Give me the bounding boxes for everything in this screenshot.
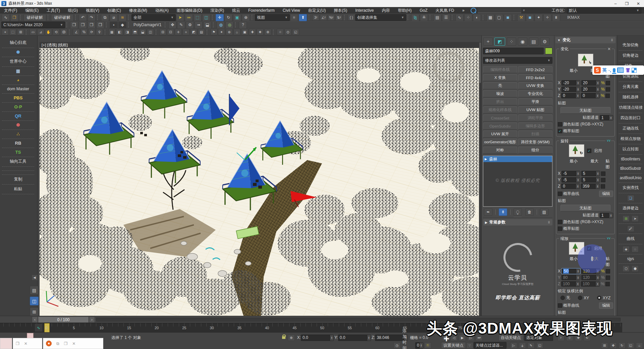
- modifier-button[interactable]: UVW 变换: [518, 82, 552, 89]
- search-box[interactable]: ▼: [471, 8, 526, 13]
- axis-grid-icon[interactable]: ⊞: [623, 215, 630, 222]
- select-object-icon[interactable]: ➤: [176, 14, 184, 21]
- script-button[interactable]: 分离元素: [619, 82, 642, 92]
- shatter-button-1[interactable]: 破碎破解: [23, 14, 46, 21]
- dock-item[interactable]: 轴向工具: [2, 157, 34, 167]
- key-filters-dropdown[interactable]: 关键点过滤器...: [474, 342, 506, 349]
- scale-y-min-spinner[interactable]: 80▲▼: [561, 275, 580, 280]
- modifier-button[interactable]: 细分: [518, 147, 552, 154]
- move-y-max-spinner[interactable]: 20▲▼: [581, 87, 600, 92]
- script-button[interactable]: 随机选择: [619, 92, 642, 103]
- dock-item[interactable]: ∴: [2, 130, 34, 139]
- vptool-icon-29[interactable]: ▣: [241, 29, 248, 35]
- menu-item[interactable]: 渲染(R): [206, 8, 228, 13]
- vptool-icon-32[interactable]: ⊕: [264, 29, 271, 35]
- pin-stack-icon[interactable]: ✒: [484, 208, 492, 216]
- move-map-button[interactable]: 无贴图: [560, 107, 610, 114]
- misc-icon-1[interactable]: ◈: [623, 246, 630, 252]
- vptool-icon-23[interactable]: ◩: [190, 29, 197, 35]
- move-tool-icon[interactable]: ✛: [216, 14, 224, 21]
- vptool-icon-21[interactable]: ✛: [175, 29, 182, 35]
- move-z-map-checkbox[interactable]: [605, 94, 610, 98]
- show-end-result-icon[interactable]: ⚱: [499, 208, 507, 216]
- modifier-button[interactable]: 涡轮平滑: [518, 114, 552, 121]
- snap-percent-icon[interactable]: %²: [328, 14, 335, 21]
- snap-angle-icon[interactable]: ∠²: [320, 14, 327, 21]
- modifier-button[interactable]: 壳: [483, 82, 517, 89]
- use-pivot-icon[interactable]: ⌗: [290, 14, 298, 21]
- vptool-icon-18[interactable]: ◫: [147, 29, 154, 35]
- key-mode-icon[interactable]: ⚿: [424, 342, 431, 349]
- lock-xy-radio[interactable]: XY: [578, 296, 589, 300]
- dock-item[interactable]: 轴心归底: [2, 38, 34, 48]
- vptool-icon-24[interactable]: ▤: [198, 29, 205, 35]
- vptool-icon-03[interactable]: ⊞: [17, 29, 24, 35]
- move-y-map-checkbox[interactable]: [606, 87, 610, 92]
- modifier-button[interactable]: oorGenerator(地形: [483, 139, 517, 146]
- ime-menu-icon[interactable]: [632, 68, 636, 72]
- transform-rollout-header[interactable]: ▼变化⠿: [555, 37, 615, 43]
- dock-item[interactable]: ◕: [2, 76, 34, 85]
- menu-item[interactable]: 工具(T): [43, 8, 64, 13]
- frame-number-field[interactable]: 0▲▼: [415, 342, 423, 349]
- br-icon-1[interactable]: ⊞: [601, 342, 608, 349]
- br-icon-3[interactable]: ↻: [619, 342, 626, 349]
- modifier-button[interactable]: 扫描: [518, 131, 552, 138]
- star-icon-1[interactable]: ✦: [535, 14, 543, 21]
- vptool-icon-31[interactable]: ❖: [257, 29, 264, 35]
- script-button[interactable]: 壳加切角: [619, 40, 642, 51]
- window-crossing-icon[interactable]: ◫: [202, 14, 210, 21]
- dock-item[interactable]: QR: [2, 112, 34, 121]
- modifier-button[interactable]: X 变换: [483, 74, 517, 81]
- script-icon-2[interactable]: ◆: [118, 21, 126, 29]
- vptool-icon-22[interactable]: ⌗: [182, 29, 190, 35]
- rot-color-map-checkbox[interactable]: [558, 220, 562, 224]
- time-slider[interactable]: ‹ 0 / 100 ›: [32, 317, 95, 322]
- menu-item[interactable]: 动画(A): [151, 8, 173, 13]
- selection-lock-icon[interactable]: [282, 336, 285, 339]
- menu-item[interactable]: 编辑(E): [21, 8, 43, 13]
- ime-lang-toggle[interactable]: 英: [602, 67, 607, 73]
- script-button[interactable]: tBoolInters: [619, 155, 642, 164]
- placement-tool-icon[interactable]: ⊕: [242, 14, 250, 21]
- move-y-min-spinner[interactable]: -20▲▼: [561, 87, 580, 92]
- scale-x-map-checkbox[interactable]: [606, 269, 610, 273]
- script-button[interactable]: tBoolSubstr: [619, 164, 642, 173]
- scale-z-min-spinner[interactable]: 100▲▼: [561, 281, 580, 287]
- dock-item[interactable]: O·P: [2, 103, 34, 112]
- vptool-icon-07[interactable]: ⟲: [53, 29, 60, 35]
- script-button[interactable]: 以点转面: [619, 144, 642, 155]
- menu-item[interactable]: 帮助(H): [394, 8, 416, 13]
- select-link-icon[interactable]: ⧉: [101, 14, 109, 21]
- vptool-icon-14[interactable]: ◧: [116, 29, 123, 35]
- menu-item[interactable]: 视图(V): [82, 8, 103, 13]
- vptool-icon-02[interactable]: ⬚: [9, 29, 16, 35]
- menu-item[interactable]: 自定义(U): [304, 8, 330, 13]
- sphere-icon-1[interactable]: ◍: [217, 21, 225, 29]
- dock-item[interactable]: ❁: [2, 121, 34, 130]
- rot-z-max-spinner[interactable]: 359▲▼: [581, 184, 600, 189]
- rot-y-min-spinner[interactable]: -5▲▼: [561, 177, 580, 183]
- rotate-tool-icon[interactable]: ↻: [224, 14, 232, 21]
- maximize-button[interactable]: ❒: [621, 0, 633, 7]
- undo-icon[interactable]: ↶: [79, 14, 87, 21]
- next-frame-icon[interactable]: ›: [89, 316, 95, 323]
- rot-y-map-checkbox[interactable]: [601, 178, 605, 182]
- modifier-button[interactable]: 规格化样条线: [483, 106, 517, 113]
- modifier-button[interactable]: 编辑多边形: [518, 122, 552, 130]
- modifier-button[interactable]: 编辑样条线: [483, 66, 517, 73]
- modify-tab-icon[interactable]: ◩: [494, 38, 505, 46]
- key-filter-paw-icon[interactable]: ∵: [466, 342, 473, 349]
- viewport-label[interactable]: [+] [透视] [线框]: [42, 43, 68, 48]
- minimize-button[interactable]: –: [610, 0, 621, 7]
- display-tab-icon[interactable]: ▤: [529, 38, 538, 46]
- script-button[interactable]: 四边面封口: [619, 113, 642, 123]
- rot-z-map-checkbox[interactable]: [601, 184, 605, 189]
- taskbar-window-stub[interactable]: [0, 338, 12, 349]
- modifier-button[interactable]: FFD 2x2x2: [518, 66, 552, 73]
- layout-icon-3[interactable]: ❐: [88, 21, 96, 29]
- coord-x-field[interactable]: 0.0▲▼: [301, 335, 334, 341]
- menu-item[interactable]: 创建(C): [103, 8, 125, 13]
- help-icon[interactable]: ?: [239, 21, 247, 29]
- current-frame-display[interactable]: 0 / 100: [38, 316, 89, 323]
